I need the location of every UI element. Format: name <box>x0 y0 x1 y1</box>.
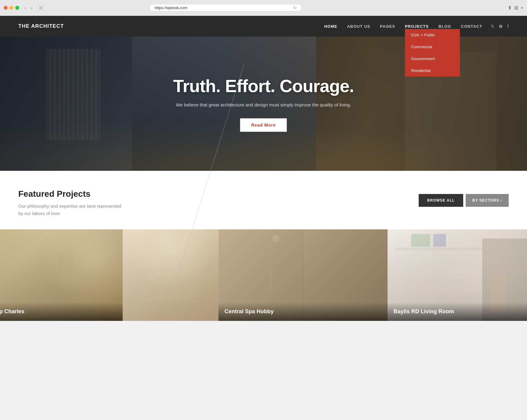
site-logo[interactable]: THE ARCHITECT <box>18 23 64 29</box>
featured-actions: BROWSE ALL BY SECTORS › <box>419 194 509 207</box>
new-tab-button[interactable]: ⊞ <box>514 5 518 11</box>
nav-contact[interactable]: CONTACT <box>461 24 482 29</box>
dropdown-residential[interactable]: Residential <box>405 65 460 77</box>
address-bar[interactable]: https://wplook.com ↻ <box>149 4 302 12</box>
svg-rect-26 <box>395 248 482 250</box>
refresh-icon[interactable]: ↻ <box>293 5 297 10</box>
hero-content: Truth. Effort. Courage. We believe that … <box>173 76 354 132</box>
back-button[interactable]: ‹ <box>23 5 28 11</box>
projects-dropdown: Civic + Public Commercial Gouvernment Re… <box>405 29 460 77</box>
svg-rect-28 <box>403 280 467 298</box>
svg-point-25 <box>272 235 280 242</box>
minimize-dot[interactable] <box>9 6 13 10</box>
nav-about[interactable]: ABOUT US <box>347 24 370 29</box>
tab-button[interactable]: ⊡ <box>37 5 45 11</box>
nav-projects-wrapper: PROJECTS Civic + Public Commercial Gouve… <box>405 23 429 29</box>
dropdown-commercial[interactable]: Commercial <box>405 41 460 53</box>
browser-nav: ‹ › <box>23 5 34 11</box>
browser-dots <box>4 6 19 10</box>
nav-blog[interactable]: BLOG <box>439 24 451 29</box>
share-button[interactable]: ⬆ <box>508 5 512 11</box>
browser-actions: ⬆ ⊞ + <box>508 5 523 11</box>
twitter-icon[interactable]: 𝕏 <box>491 24 494 29</box>
svg-rect-32 <box>433 234 446 247</box>
forward-button[interactable]: › <box>29 5 34 11</box>
hero-cta-button[interactable]: Read More <box>240 118 287 132</box>
by-sectors-button[interactable]: BY SECTORS › <box>466 194 509 207</box>
facebook-icon[interactable]: f <box>507 24 509 29</box>
featured-description: Our philosophy and expertise are best re… <box>18 203 122 217</box>
svg-rect-21 <box>142 229 199 303</box>
svg-rect-31 <box>411 234 430 247</box>
project-card-4[interactable]: Baylis RD Living Room <box>388 229 527 321</box>
project-card-3[interactable]: Central Spa Hobby <box>218 229 388 321</box>
featured-header: Featured Projects Our philosophy and exp… <box>18 189 509 217</box>
nav-home[interactable]: HOME <box>324 24 337 29</box>
project-card-1[interactable]: Philip Charles <box>0 229 123 321</box>
dropdown-civic[interactable]: Civic + Public <box>405 29 460 41</box>
hero-title: Truth. Effort. Courage. <box>173 76 354 96</box>
settings-icon[interactable]: ✿ <box>499 24 503 29</box>
project-label-1: Philip Charles <box>0 302 123 321</box>
nav-icons: 𝕏 ✿ f <box>491 24 509 29</box>
close-dot[interactable] <box>4 6 8 10</box>
featured-title: Featured Projects <box>18 189 122 199</box>
card-2-decoration <box>123 229 218 321</box>
website: THE ARCHITECT HOME ABOUT US PAGES PROJEC… <box>0 16 527 321</box>
site-nav: HOME ABOUT US PAGES PROJECTS Civic + Pub… <box>324 23 482 29</box>
hero-subtitle: We believe that great architecture and d… <box>173 102 354 107</box>
featured-wrapper: Featured Projects Our philosophy and exp… <box>0 171 527 321</box>
featured-title-block: Featured Projects Our philosophy and exp… <box>18 189 122 217</box>
browser-chrome: ‹ › ⊡ https://wplook.com ↻ ⬆ ⊞ + <box>0 0 527 16</box>
card-2-background <box>123 229 218 321</box>
project-card-2[interactable] <box>123 229 218 321</box>
url-text: https://wplook.com <box>154 5 187 10</box>
svg-point-17 <box>57 252 75 271</box>
svg-rect-24 <box>269 239 272 293</box>
browse-all-button[interactable]: BROWSE ALL <box>419 194 463 207</box>
add-button[interactable]: + <box>521 5 523 11</box>
maximize-dot[interactable] <box>15 6 19 10</box>
project-label-3: Central Spa Hobby <box>218 302 388 321</box>
dropdown-gouvernment[interactable]: Gouvernment <box>405 53 460 65</box>
projects-grid: Philip Charles <box>0 229 527 321</box>
nav-pages[interactable]: PAGES <box>380 24 395 29</box>
site-header: THE ARCHITECT HOME ABOUT US PAGES PROJEC… <box>0 16 527 37</box>
project-label-4: Baylis RD Living Room <box>388 302 527 321</box>
featured-section: Featured Projects Our philosophy and exp… <box>0 171 527 217</box>
